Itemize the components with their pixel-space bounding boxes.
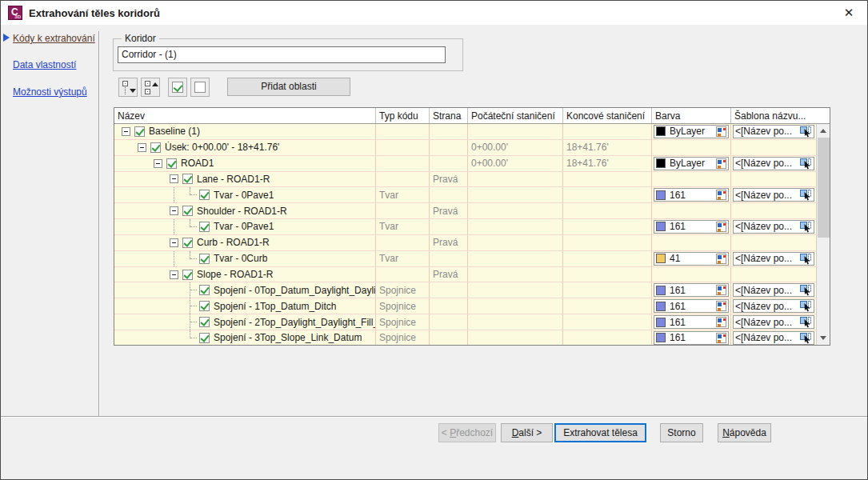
column-header-barva[interactable]: Barva [652, 108, 731, 123]
name-template-picker-icon[interactable] [800, 316, 812, 328]
row-checkbox[interactable] [199, 333, 210, 343]
color-picker-icon[interactable] [716, 254, 726, 264]
cancel-button[interactable]: Storno [660, 423, 703, 442]
uncheck-all-button[interactable] [190, 78, 210, 97]
name-template-picker-icon[interactable] [800, 300, 812, 312]
row-checkbox[interactable] [199, 285, 210, 295]
scroll-up-icon[interactable] [817, 124, 830, 138]
table-row[interactable]: Curb - ROAD1-R Pravá [114, 235, 816, 251]
table-row[interactable]: Úsek: 0+00.00' - 18+41.76' 0+00.00' 18+4… [114, 140, 816, 156]
color-picker-icon[interactable] [716, 301, 726, 311]
name-template-widget[interactable]: <[Název po... [733, 252, 814, 266]
next-button[interactable]: Další > [501, 423, 553, 442]
table-row[interactable]: Lane - ROAD1-R Pravá [114, 172, 816, 188]
row-checkbox[interactable] [182, 238, 193, 248]
column-header-koncove-staniceni[interactable]: Koncové staničení [563, 108, 652, 123]
color-value-widget[interactable]: 161 [654, 188, 729, 202]
expand-collapse-icon[interactable] [122, 127, 130, 136]
name-template-widget[interactable]: <[Název po... [733, 157, 814, 170]
check-all-button[interactable] [168, 78, 187, 97]
table-row[interactable]: Shoulder - ROAD1-R Pravá [114, 203, 816, 219]
expand-collapse-icon[interactable] [138, 143, 146, 152]
color-value-widget[interactable]: ByLayer [654, 157, 729, 170]
sidebar-item-extraction-codes[interactable]: Kódy k extrahování [13, 33, 95, 44]
row-checkbox[interactable] [134, 126, 145, 137]
row-checkbox[interactable] [182, 270, 193, 280]
row-checkbox[interactable] [199, 254, 210, 264]
color-value-widget[interactable]: 161 [654, 299, 729, 313]
color-picker-icon[interactable] [716, 333, 726, 343]
row-checkbox[interactable] [199, 301, 210, 311]
name-template-widget[interactable]: <[Název po... [733, 315, 814, 329]
row-checkbox[interactable] [182, 174, 193, 184]
column-header-sablona-nazvu[interactable]: Šablona názvu... [731, 108, 830, 123]
sidebar-link-label[interactable]: Data vlastností [13, 59, 76, 70]
add-regions-button[interactable]: Přidat oblasti [227, 78, 350, 96]
name-template-widget[interactable]: <[Název po... [733, 125, 814, 138]
table-row[interactable]: Spojení - 2Top_Daylight_Daylight_Fill_..… [114, 314, 816, 330]
sidebar-item-output-options[interactable]: Možnosti výstupů [13, 86, 87, 98]
row-checkbox[interactable] [166, 158, 177, 169]
color-picker-icon[interactable] [716, 190, 726, 200]
row-checkbox[interactable] [199, 317, 210, 327]
color-value-widget[interactable]: 161 [654, 283, 729, 297]
previous-button[interactable]: < Předchozí [438, 423, 496, 442]
color-picker-icon[interactable] [716, 222, 726, 232]
collapse-all-button[interactable] [141, 78, 160, 97]
vertical-scrollbar[interactable] [816, 124, 830, 345]
scroll-down-icon[interactable] [817, 331, 830, 345]
row-checkbox[interactable] [199, 190, 210, 200]
column-header-nazev[interactable]: Název [114, 108, 376, 123]
color-picker-icon[interactable] [716, 126, 726, 137]
table-row[interactable]: Tvar - 0Pave1 Tvar 161 <[Název po... [114, 219, 816, 235]
color-picker-icon[interactable] [716, 285, 726, 295]
name-template-widget[interactable]: <[Název po... [733, 188, 814, 202]
expand-collapse-icon[interactable] [154, 159, 162, 168]
table-row[interactable]: Slope - ROAD1-R Pravá [114, 267, 816, 283]
name-template-picker-icon[interactable] [800, 158, 812, 170]
table-row[interactable]: Tvar - 0Curb Tvar 41 <[Název po... [114, 251, 816, 267]
scrollbar-thumb[interactable] [818, 138, 830, 238]
sidebar-link-label[interactable]: Možnosti výstupů [13, 86, 87, 98]
row-checkbox[interactable] [199, 222, 210, 232]
close-icon[interactable]: ✕ [840, 5, 858, 21]
column-header-strana[interactable]: Strana [430, 108, 468, 123]
column-header-pocatecni-staniceni[interactable]: Počáteční staničení [468, 108, 563, 123]
help-button[interactable]: Nápověda [718, 423, 771, 442]
row-checkbox[interactable] [150, 142, 161, 153]
color-value-widget[interactable]: 41 [654, 252, 729, 266]
table-row[interactable]: Tvar - 0Pave1 Tvar 161 <[Název po... [114, 187, 816, 203]
color-value-widget[interactable]: ByLayer [654, 125, 729, 138]
expand-collapse-icon[interactable] [170, 174, 178, 183]
color-picker-icon[interactable] [716, 317, 726, 327]
table-row[interactable]: Spojení - 1Top_Datum_Ditch Spojnice 161 … [114, 298, 816, 314]
name-template-picker-icon[interactable] [800, 126, 812, 138]
row-checkbox[interactable] [182, 206, 193, 216]
expand-collapse-icon[interactable] [170, 206, 178, 215]
name-template-picker-icon[interactable] [800, 221, 812, 233]
expand-collapse-icon[interactable] [170, 238, 178, 247]
corridor-select[interactable]: Corridor - (1) [118, 46, 446, 63]
name-template-widget[interactable]: <[Název po... [733, 220, 814, 234]
name-template-widget[interactable]: <[Název po... [733, 299, 814, 313]
color-picker-icon[interactable] [716, 158, 726, 169]
color-value-widget[interactable]: 161 [654, 331, 729, 345]
color-value-widget[interactable]: 161 [654, 315, 729, 329]
name-template-picker-icon[interactable] [800, 253, 812, 265]
expand-collapse-icon[interactable] [170, 270, 178, 279]
name-template-widget[interactable]: <[Název po... [733, 331, 814, 345]
name-template-widget[interactable]: <[Název po... [733, 283, 814, 297]
name-template-picker-icon[interactable] [800, 284, 812, 296]
name-template-picker-icon[interactable] [800, 189, 812, 201]
name-template-picker-icon[interactable] [800, 332, 812, 344]
table-row[interactable]: Spojení - 0Top_Datum_Daylight_Dayli... S… [114, 282, 816, 298]
color-value-widget[interactable]: 161 [654, 220, 729, 234]
column-header-typ-kodu[interactable]: Typ kódu [376, 108, 430, 123]
extract-solids-button[interactable]: Extrahovat tělesa [554, 423, 646, 442]
sidebar-item-property-data[interactable]: Data vlastností [13, 59, 76, 70]
table-row[interactable]: Baseline (1) ByLayer <[Název po... [114, 124, 816, 140]
table-row[interactable]: Spojení - 3Top_Slope_Link_Datum Spojnice… [114, 330, 816, 345]
sidebar-link-label[interactable]: Kódy k extrahování [13, 33, 95, 44]
expand-all-button[interactable] [118, 78, 138, 97]
table-row[interactable]: ROAD1 0+00.00' 18+41.76' ByLayer <[Název… [114, 156, 816, 172]
